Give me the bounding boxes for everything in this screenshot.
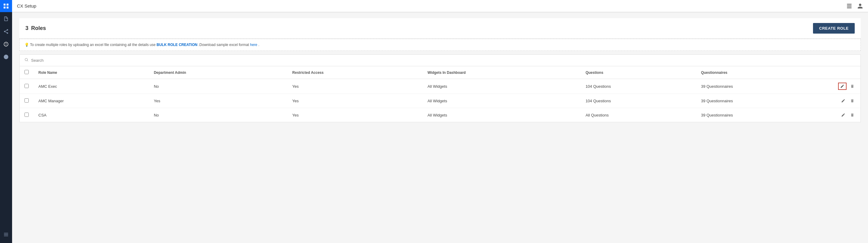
cell-dept-admin: No — [149, 79, 287, 94]
select-all-checkbox[interactable] — [25, 70, 29, 74]
cell-restricted-access: Yes — [287, 79, 423, 94]
svg-point-5 — [4, 31, 5, 32]
delete-button-1[interactable] — [849, 98, 856, 104]
table-row: CSA No Yes All Widgets All Questions 39 … — [20, 108, 861, 122]
table-row: AMC Exec No Yes All Widgets 104 Question… — [20, 79, 861, 94]
cell-role-name: AMC Manager — [34, 94, 149, 108]
cell-role-name: CSA — [34, 108, 149, 122]
here-link[interactable]: here — [250, 43, 257, 47]
sidebar-icon-target[interactable] — [0, 51, 12, 63]
row-actions — [838, 83, 856, 90]
row-checkbox-0[interactable] — [25, 84, 29, 88]
lightbulb-icon: 💡 — [25, 43, 29, 47]
bulk-role-creation-link[interactable]: BULK ROLE CREATION — [157, 43, 197, 47]
row-checkbox-2[interactable] — [25, 113, 29, 117]
page-header: 3 Roles CREATE ROLE — [19, 18, 861, 39]
delete-button-2[interactable] — [849, 112, 856, 118]
topbar-actions — [846, 3, 863, 9]
topbar: CX Setup — [12, 0, 868, 12]
svg-rect-3 — [7, 7, 8, 8]
topbar-title: CX Setup — [17, 3, 846, 8]
col-widgets: Widgets In Dashboard — [423, 66, 581, 79]
info-text-middle: .Download sample excel format — [198, 43, 250, 47]
row-checkbox-cell — [20, 108, 34, 122]
svg-line-8 — [5, 30, 7, 31]
cell-actions — [833, 94, 861, 108]
cell-questionnaires: 39 Questionnaires — [696, 108, 833, 122]
row-actions — [838, 112, 856, 118]
svg-rect-13 — [4, 234, 8, 235]
cell-actions — [833, 79, 861, 94]
cell-actions — [833, 108, 861, 122]
cell-dept-admin: No — [149, 108, 287, 122]
building-icon[interactable] — [846, 3, 852, 9]
roles-table: Role Name Department Admin Restricted Ac… — [20, 66, 861, 122]
cell-widgets: All Widgets — [423, 108, 581, 122]
cell-questions: 104 Questions — [581, 94, 696, 108]
cell-dept-admin: Yes — [149, 94, 287, 108]
col-dept-admin: Department Admin — [149, 66, 287, 79]
roles-card: Role Name Department Admin Restricted Ac… — [19, 54, 861, 122]
page-title: 3 Roles — [25, 25, 46, 31]
table-header-row: Role Name Department Admin Restricted Ac… — [20, 66, 861, 79]
cell-questionnaires: 39 Questionnaires — [696, 94, 833, 108]
cell-questions: 104 Questions — [581, 79, 696, 94]
info-text-before: To create multiple roles by uploading an… — [30, 43, 157, 47]
row-checkbox-1[interactable] — [25, 98, 29, 103]
svg-rect-1 — [7, 4, 8, 5]
row-checkbox-cell — [20, 79, 34, 94]
info-text-after: . — [258, 43, 259, 47]
row-actions — [838, 98, 856, 104]
page-content: 3 Roles CREATE ROLE 💡 To create multiple… — [12, 12, 868, 243]
cell-questions: All Questions — [581, 108, 696, 122]
svg-rect-12 — [4, 233, 8, 234]
search-bar — [20, 55, 861, 66]
svg-point-6 — [7, 32, 8, 34]
roles-label: Roles — [31, 25, 46, 31]
search-input[interactable] — [31, 58, 856, 63]
search-icon — [25, 58, 29, 63]
create-role-button[interactable]: CREATE ROLE — [813, 23, 855, 34]
sidebar — [0, 0, 12, 243]
sidebar-icon-file[interactable] — [0, 13, 12, 25]
col-actions — [833, 66, 861, 79]
svg-line-7 — [5, 32, 7, 33]
svg-point-4 — [7, 29, 8, 31]
col-role-name: Role Name — [34, 66, 149, 79]
table-row: AMC Manager Yes Yes All Widgets 104 Ques… — [20, 94, 861, 108]
sidebar-icon-share[interactable] — [0, 25, 12, 37]
main-area: CX Setup 3 Roles CREATE ROLE 💡 To create… — [12, 0, 868, 243]
user-icon[interactable] — [857, 3, 863, 9]
sidebar-icon-list[interactable] — [0, 228, 12, 241]
cell-widgets: All Widgets — [423, 94, 581, 108]
edit-button-0[interactable] — [838, 83, 846, 90]
cell-widgets: All Widgets — [423, 79, 581, 94]
svg-rect-0 — [4, 4, 5, 5]
info-banner: 💡 To create multiple roles by uploading … — [19, 39, 861, 51]
cell-role-name: AMC Exec — [34, 79, 149, 94]
row-checkbox-cell — [20, 94, 34, 108]
col-restricted-access: Restricted Access — [287, 66, 423, 79]
cell-questionnaires: 39 Questionnaires — [696, 79, 833, 94]
col-questionnaires: Questionnaires — [696, 66, 833, 79]
col-questions: Questions — [581, 66, 696, 79]
cell-restricted-access: Yes — [287, 94, 423, 108]
roles-count: 3 — [25, 25, 28, 31]
edit-button-2[interactable] — [840, 112, 846, 118]
svg-rect-2 — [4, 7, 5, 8]
svg-rect-14 — [4, 236, 8, 236]
header-checkbox-cell — [20, 66, 34, 79]
cell-restricted-access: Yes — [287, 108, 423, 122]
delete-button-0[interactable] — [849, 83, 856, 89]
svg-point-11 — [6, 57, 7, 57]
sidebar-icon-settings[interactable] — [0, 38, 12, 50]
sidebar-top-icon[interactable] — [0, 0, 12, 12]
edit-button-1[interactable] — [840, 98, 846, 104]
